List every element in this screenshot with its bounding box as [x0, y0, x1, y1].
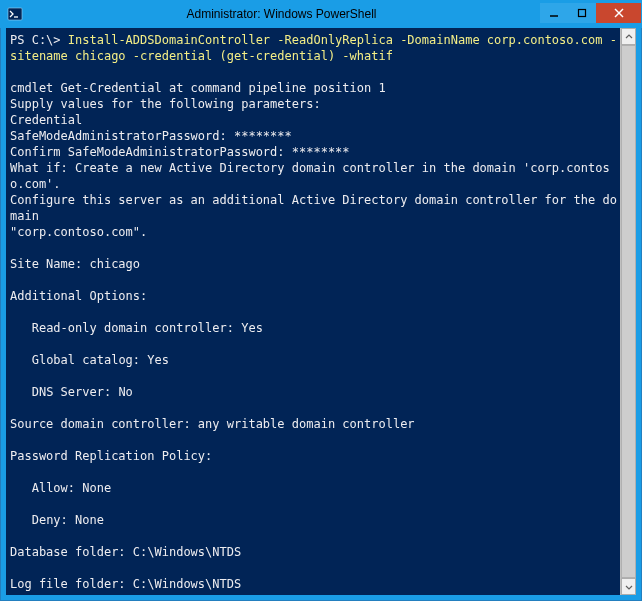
powershell-icon — [7, 6, 23, 22]
window-controls — [540, 3, 641, 25]
close-icon — [613, 8, 625, 18]
command-text: Install-ADDSDomainController -ReadOnlyRe… — [10, 33, 617, 63]
scroll-track[interactable] — [621, 45, 636, 578]
chevron-down-icon — [625, 583, 633, 591]
terminal-body: cmdlet Get-Credential at command pipelin… — [10, 81, 617, 595]
svg-rect-0 — [8, 8, 22, 20]
client-area: PS C:\> Install-ADDSDomainController -Re… — [6, 28, 636, 595]
svg-rect-3 — [579, 10, 586, 17]
close-button[interactable] — [596, 3, 641, 23]
powershell-window: Administrator: Windows PowerShell PS C:\… — [0, 0, 642, 601]
maximize-button[interactable] — [568, 3, 596, 23]
maximize-icon — [577, 8, 587, 18]
window-title: Administrator: Windows PowerShell — [23, 7, 540, 21]
terminal-output[interactable]: PS C:\> Install-ADDSDomainController -Re… — [6, 28, 620, 595]
scroll-down-button[interactable] — [621, 578, 636, 595]
minimize-button[interactable] — [540, 3, 568, 23]
vertical-scrollbar[interactable] — [620, 28, 636, 595]
scroll-thumb[interactable] — [621, 45, 636, 578]
scroll-up-button[interactable] — [621, 28, 636, 45]
titlebar[interactable]: Administrator: Windows PowerShell — [0, 0, 642, 28]
prompt: PS C:\> — [10, 33, 61, 47]
minimize-icon — [549, 8, 559, 18]
chevron-up-icon — [625, 33, 633, 41]
